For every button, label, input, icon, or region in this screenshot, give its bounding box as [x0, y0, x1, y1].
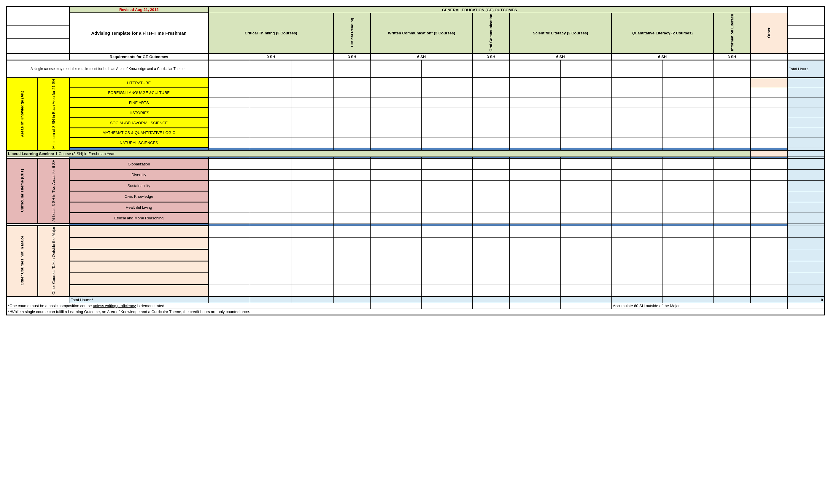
- note-top: A single course may meet the requirement…: [6, 60, 208, 78]
- ak-row: FOREIGN LANGUAGE &CULTURE: [69, 88, 208, 98]
- sh-oc: 3 SH: [472, 53, 510, 60]
- ge-outcomes-header: GENERAL EDUCATION (GE) OUTCOMES: [208, 6, 750, 13]
- total-value: 0: [787, 296, 825, 303]
- total-hours-row: Total Hours**: [69, 296, 208, 303]
- cut-row: Diversity: [69, 169, 208, 180]
- col-other: Other: [767, 28, 771, 38]
- ak-row: MATHEMATICS & QUANTITATIVE LOGIC: [69, 128, 208, 138]
- col-scientific: Scientific Literacy (2 Courses): [509, 13, 611, 54]
- cut-label: Curricular Theme (CuT): [20, 169, 24, 212]
- ak-row: LITERATURE: [69, 78, 208, 88]
- col-critical-reading: Critical Reading: [350, 18, 354, 47]
- col-written-comm: Written Communication* (2 Courses): [371, 13, 472, 54]
- lls-row: Liberal Learning Seminar 1 Course (3 SH)…: [6, 151, 751, 157]
- cut-row: Globalization: [69, 158, 208, 170]
- ak-row: FINE ARTS: [69, 98, 208, 108]
- cut-row: Healthful Living: [69, 202, 208, 213]
- sh-il: 3 SH: [714, 53, 751, 60]
- other-label: Other Courses not in Major: [20, 236, 24, 286]
- cut-sub: At Least 3 SH in Two Areas for 6 SH: [51, 159, 56, 221]
- sh-sl: 6 SH: [509, 53, 611, 60]
- col-oral-comm: Oral Communication: [489, 13, 493, 52]
- sh-ct: 9 SH: [208, 53, 334, 60]
- ak-label: Areas of Knowledge (AK): [20, 91, 24, 137]
- template-title: Advising Template for a First-Time Fresh…: [69, 13, 208, 54]
- ak-row: HISTORIES: [69, 108, 208, 118]
- total-hours-label: Total Hours: [787, 60, 825, 78]
- footnote-1: *One course must be a basic composition …: [6, 303, 371, 308]
- other-sub: Other Courses Taken Outside the Major: [51, 227, 56, 295]
- col-quantitative: Quantitative Literacy (2 Courses): [611, 13, 714, 54]
- ak-row: NATURAL SCIENCES: [69, 138, 208, 148]
- col-critical-thinking: Critical Thinking (3 Courses): [208, 13, 334, 54]
- cut-row: Sustainability: [69, 180, 208, 191]
- revised-date: Revised Aug 21, 2012: [119, 7, 159, 12]
- col-info-literacy: Information Literacy: [730, 14, 734, 51]
- sh-ql: 6 SH: [611, 53, 714, 60]
- sh-cr: 3 SH: [334, 53, 371, 60]
- cut-row: Ethical and Moral Reasoning: [69, 213, 208, 224]
- requirements-label: Requirements for GE Outcomes: [69, 53, 208, 60]
- footnote-2: **While a single course can fulfill a Le…: [6, 308, 825, 315]
- ak-row: SOCIAL/BEHAVORIAL SCIENCE: [69, 118, 208, 128]
- cut-row: Civic Knowledge: [69, 191, 208, 202]
- advising-template-table: Revised Aug 21, 2012 GENERAL EDUCATION (…: [6, 6, 825, 316]
- accumulate-note: Accumulate 60 SH outside of the Major: [611, 303, 787, 308]
- sh-wc: 6 SH: [371, 53, 472, 60]
- ak-sub: Minimum of 3 SH in Each Area for 21 SH: [51, 79, 56, 149]
